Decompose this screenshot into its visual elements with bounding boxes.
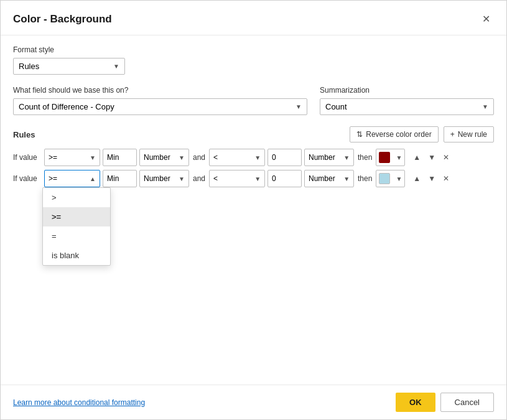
comparator-arrow-icon-2: ▼ (254, 175, 261, 182)
reverse-color-button[interactable]: ⇅ Reverse color order (350, 126, 438, 142)
color-arrow-icon-2: ▼ (396, 175, 402, 182)
color-swatch-2 (379, 173, 390, 184)
summarization-arrow-icon: ▼ (482, 103, 488, 110)
number-input-1[interactable] (267, 149, 302, 166)
dialog-header: Color - Background ✕ (1, 1, 506, 35)
summarization-label: Summarization (320, 86, 494, 95)
dropdown-item-blank-label: is blank (52, 251, 79, 260)
type1-value-1: Number (144, 153, 170, 162)
format-style-section: Format style Rules ▼ (13, 45, 494, 75)
type2-arrow-icon-2: ▼ (343, 175, 350, 182)
operator-value-1: >= (49, 153, 57, 162)
field-dropdown[interactable]: Count of Difference - Copy ▼ (13, 98, 307, 115)
rule-actions-1: ▲ ▼ ✕ (410, 150, 452, 165)
format-style-dropdown[interactable]: Rules ▼ (13, 58, 125, 75)
comparator-value-1: < (213, 153, 218, 162)
dialog-title: Color - Background (13, 13, 112, 26)
dialog-footer: Learn more about conditional formatting … (1, 385, 506, 419)
footer-buttons: OK Cancel (396, 393, 494, 412)
delete-btn-1[interactable]: ✕ (440, 150, 452, 165)
dropdown-item-gt-label: > (52, 193, 57, 202)
operator-dropdown-2[interactable]: >= ▲ (44, 170, 100, 187)
dropdown-item-blank[interactable]: is blank (43, 246, 110, 265)
new-rule-label: New rule (458, 130, 487, 139)
dropdown-item-eq[interactable]: = (43, 226, 110, 246)
new-rule-button[interactable]: + New rule (444, 126, 494, 142)
min-input-1[interactable] (103, 149, 137, 166)
comparator-dropdown-1[interactable]: < ▼ (209, 149, 265, 166)
type2-arrow-icon-1: ▼ (343, 154, 350, 161)
field-arrow-icon: ▼ (295, 103, 302, 110)
number-input-2[interactable] (267, 170, 302, 187)
cancel-button[interactable]: Cancel (440, 393, 494, 412)
rules-actions: ⇅ Reverse color order + New rule (350, 126, 494, 142)
delete-btn-2[interactable]: ✕ (440, 171, 452, 186)
format-style-label: Format style (13, 45, 494, 54)
operator-value-2: >= (49, 174, 57, 183)
dialog: Color - Background ✕ Format style Rules … (0, 0, 507, 420)
if-value-label-2: If value (13, 174, 42, 183)
move-down-btn-1[interactable]: ▼ (425, 150, 439, 165)
comparator-value-2: < (213, 174, 218, 183)
operator-dropdown-1[interactable]: >= ▼ (44, 149, 100, 166)
comparator-arrow-icon-1: ▼ (254, 154, 261, 161)
type1-value-2: Number (144, 174, 170, 183)
type2-value-2: Number (309, 174, 335, 183)
type2-dropdown-2[interactable]: Number ▼ (304, 170, 354, 187)
and-label-2: and (193, 174, 205, 183)
rule-row-1: If value >= ▼ Number ▼ and < ▼ Number ▼ … (13, 149, 494, 166)
type1-dropdown-1[interactable]: Number ▼ (139, 149, 189, 166)
rule-actions-2: ▲ ▼ ✕ (410, 171, 452, 186)
type1-arrow-icon-1: ▼ (179, 154, 185, 161)
dropdown-item-gte[interactable]: >= (43, 207, 110, 226)
summarization-value: Count (325, 102, 347, 111)
learn-more-link[interactable]: Learn more about conditional formatting (13, 398, 145, 407)
field-value: Count of Difference - Copy (19, 102, 114, 111)
format-style-arrow-icon: ▼ (113, 63, 119, 70)
move-down-btn-2[interactable]: ▼ (425, 171, 439, 186)
color-swatch-btn-1[interactable]: ▼ (376, 149, 405, 166)
new-rule-icon: + (450, 130, 455, 139)
summarization-col: Summarization Count ▼ (320, 86, 494, 115)
operator-arrow-icon-1: ▼ (90, 154, 96, 161)
summarization-dropdown[interactable]: Count ▼ (320, 98, 494, 115)
type1-arrow-icon-2: ▼ (179, 175, 185, 182)
field-col: What field should we base this on? Count… (13, 86, 307, 115)
dropdown-item-eq-label: = (52, 231, 57, 241)
then-label-2: then (358, 174, 372, 183)
move-up-btn-2[interactable]: ▲ (410, 171, 424, 186)
ok-button[interactable]: OK (396, 393, 435, 412)
format-style-value: Rules (19, 62, 39, 71)
operator-arrow-icon-2: ▲ (90, 175, 96, 182)
type2-value-1: Number (309, 153, 335, 162)
reverse-color-label: Reverse color order (366, 130, 431, 139)
type1-dropdown-2[interactable]: Number ▼ (139, 170, 189, 187)
if-value-label-1: If value (13, 153, 42, 162)
type2-dropdown-1[interactable]: Number ▼ (304, 149, 354, 166)
comparator-dropdown-2[interactable]: < ▼ (209, 170, 265, 187)
reverse-color-icon: ⇅ (356, 130, 363, 139)
and-label-1: and (193, 153, 205, 162)
rules-label: Rules (13, 130, 35, 139)
then-label-1: then (358, 153, 372, 162)
dropdown-item-gte-label: >= (52, 212, 61, 222)
rules-header-row: Rules ⇅ Reverse color order + New rule (13, 126, 494, 142)
color-arrow-icon-1: ▼ (396, 154, 402, 161)
operator-dropdown-menu: > >= = is blank (42, 187, 111, 266)
color-swatch-btn-2[interactable]: ▼ (376, 170, 405, 187)
dropdown-item-gt[interactable]: > (43, 188, 110, 207)
color-swatch-1 (379, 152, 390, 163)
dialog-body: Format style Rules ▼ What field should w… (1, 35, 506, 385)
field-summarization-row: What field should we base this on? Count… (13, 86, 494, 115)
min-input-2[interactable] (103, 170, 137, 187)
move-up-btn-1[interactable]: ▲ (410, 150, 424, 165)
rule-row-2: If value >= ▲ Number ▼ and < ▼ Number ▼ … (13, 170, 494, 187)
close-button[interactable]: ✕ (478, 11, 494, 27)
field-label: What field should we base this on? (13, 86, 307, 95)
